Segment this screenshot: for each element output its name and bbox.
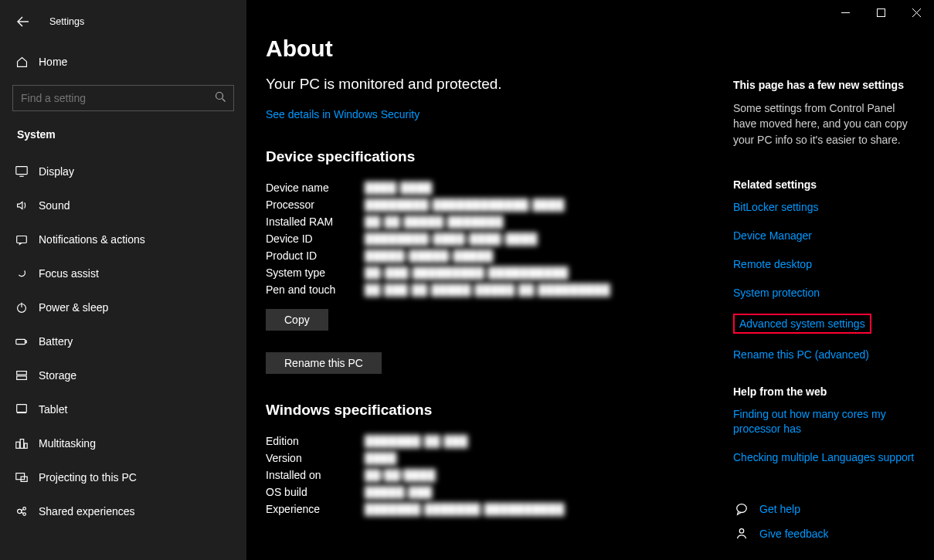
related-link-remote-desktop[interactable]: Remote desktop bbox=[733, 257, 917, 272]
spec-value: █████.███ bbox=[358, 484, 565, 501]
back-button[interactable] bbox=[14, 12, 32, 31]
spec-value: ██-███ █████████ ██████████ bbox=[358, 264, 610, 281]
spec-value: ████████ ████████████ ████ bbox=[358, 196, 610, 213]
search-input[interactable] bbox=[12, 85, 234, 111]
spec-row: OS build█████.███ bbox=[266, 484, 565, 501]
spec-row: Processor████████ ████████████ ████ bbox=[266, 196, 610, 213]
get-help-icon bbox=[733, 502, 750, 516]
sidebar-section-label: System bbox=[0, 122, 246, 154]
svg-rect-18 bbox=[16, 442, 20, 448]
spec-value: █████-█████-█████ bbox=[358, 247, 610, 264]
spec-value: ████████-████-████-████ bbox=[358, 230, 610, 247]
sidebar-item-tablet[interactable]: Tablet bbox=[0, 392, 246, 426]
sidebar-item-label: Storage bbox=[39, 369, 76, 382]
sidebar-item-multitask[interactable]: Multitasking bbox=[0, 426, 246, 460]
sidebar-item-label: Multitasking bbox=[39, 437, 96, 450]
spec-row: Version████ bbox=[266, 450, 565, 467]
spec-label: Installed RAM bbox=[266, 213, 358, 230]
spec-row: Product ID█████-█████-█████ bbox=[266, 247, 610, 264]
spec-row: Device name████ ████ bbox=[266, 179, 610, 196]
svg-rect-15 bbox=[17, 376, 27, 380]
sidebar-item-sound[interactable]: Sound bbox=[0, 188, 246, 222]
svg-rect-19 bbox=[20, 440, 24, 449]
sidebar-item-label: Tablet bbox=[39, 403, 67, 416]
sidebar: Settings Home System DisplaySoundNotific… bbox=[0, 0, 247, 560]
svg-line-6 bbox=[222, 99, 226, 102]
sidebar-item-label: Power & sleep bbox=[39, 301, 108, 314]
sidebar-item-label: Projecting to this PC bbox=[39, 471, 137, 484]
help-link-cores[interactable]: Finding out how many cores my processor … bbox=[733, 407, 917, 436]
tablet-icon bbox=[14, 402, 29, 417]
sidebar-item-label: Display bbox=[39, 165, 74, 178]
sidebar-item-display[interactable]: Display bbox=[0, 154, 246, 188]
svg-point-28 bbox=[737, 504, 747, 513]
windows-security-link[interactable]: See details in Windows Security bbox=[266, 108, 419, 120]
related-link-device-manager[interactable]: Device Manager bbox=[733, 229, 917, 243]
sidebar-item-notifications[interactable]: Notifications & actions bbox=[0, 222, 246, 256]
spec-row: Experience███████ ███████ ██████████ bbox=[266, 501, 565, 518]
related-link-advanced-system-settings[interactable]: Advanced system settings bbox=[739, 317, 865, 330]
spec-label: Experience bbox=[266, 501, 358, 518]
page-subhead: Your PC is monitored and protected. bbox=[266, 76, 714, 93]
sidebar-item-project[interactable]: Projecting to this PC bbox=[0, 460, 246, 494]
spec-label: OS build bbox=[266, 484, 358, 501]
spec-label: Product ID bbox=[266, 247, 358, 264]
svg-rect-7 bbox=[16, 167, 27, 175]
copy-button[interactable]: Copy bbox=[266, 309, 328, 331]
new-settings-body: Some settings from Control Panel have mo… bbox=[733, 100, 917, 148]
spec-label: Edition bbox=[266, 433, 358, 450]
sidebar-home[interactable]: Home bbox=[0, 46, 246, 77]
svg-rect-9 bbox=[17, 236, 27, 243]
project-icon bbox=[14, 470, 29, 485]
svg-rect-1 bbox=[877, 8, 885, 16]
battery-icon bbox=[14, 334, 29, 349]
advanced-system-settings-highlight: Advanced system settings bbox=[733, 314, 871, 334]
sidebar-item-label: Notifications & actions bbox=[39, 233, 145, 246]
minimize-button[interactable] bbox=[827, 0, 863, 25]
windows-spec-heading: Windows specifications bbox=[266, 402, 714, 419]
sidebar-item-battery[interactable]: Battery bbox=[0, 324, 246, 358]
sidebar-item-label: Focus assist bbox=[39, 267, 99, 280]
sidebar-item-label: Sound bbox=[39, 199, 70, 212]
help-link-languages[interactable]: Checking multiple Languages support bbox=[733, 450, 917, 465]
spec-row: Installed RAM██ ██ █████ ███████ bbox=[266, 213, 610, 230]
rename-pc-button[interactable]: Rename this PC bbox=[266, 352, 382, 374]
get-help-link[interactable]: Get help bbox=[759, 503, 800, 515]
svg-line-27 bbox=[21, 512, 24, 514]
right-panel: This page has a few new settings Some se… bbox=[733, 79, 917, 552]
storage-icon bbox=[14, 368, 29, 383]
sidebar-item-label: Battery bbox=[39, 335, 73, 348]
spec-label: Version bbox=[266, 450, 358, 467]
related-link-rename-pc-advanced[interactable]: Rename this PC (advanced) bbox=[733, 348, 917, 362]
multitask-icon bbox=[14, 436, 29, 451]
help-from-web-heading: Help from the web bbox=[733, 385, 917, 398]
spec-label: Processor bbox=[266, 196, 358, 213]
svg-rect-14 bbox=[17, 372, 27, 375]
sound-icon bbox=[14, 198, 29, 213]
feedback-icon bbox=[733, 527, 750, 541]
sidebar-item-shared[interactable]: Shared experiences bbox=[0, 494, 246, 528]
window-title: Settings bbox=[49, 16, 84, 27]
spec-label: Pen and touch bbox=[266, 281, 358, 298]
display-icon bbox=[14, 164, 29, 179]
sidebar-item-storage[interactable]: Storage bbox=[0, 358, 246, 392]
sidebar-item-focus[interactable]: Focus assist bbox=[0, 256, 246, 290]
spec-row: Pen and touch██ ███ ██ █████ █████ ██ ██… bbox=[266, 281, 610, 298]
related-link-bitlocker[interactable]: BitLocker settings bbox=[733, 200, 917, 215]
shared-icon bbox=[14, 504, 29, 519]
sidebar-item-label: Shared experiences bbox=[39, 505, 135, 518]
maximize-button[interactable] bbox=[863, 0, 898, 25]
svg-rect-16 bbox=[17, 405, 27, 412]
close-button[interactable] bbox=[898, 0, 934, 25]
spec-label: Device ID bbox=[266, 230, 358, 247]
svg-rect-12 bbox=[16, 339, 25, 344]
sidebar-item-power[interactable]: Power & sleep bbox=[0, 290, 246, 324]
related-settings-heading: Related settings bbox=[733, 178, 917, 191]
svg-point-23 bbox=[18, 509, 22, 513]
related-link-system-protection[interactable]: System protection bbox=[733, 286, 917, 300]
give-feedback-link[interactable]: Give feedback bbox=[759, 528, 829, 540]
spec-label: System type bbox=[266, 264, 358, 281]
focus-icon bbox=[14, 266, 29, 281]
power-icon bbox=[14, 300, 29, 315]
main-content: About Your PC is monitored and protected… bbox=[247, 0, 934, 560]
